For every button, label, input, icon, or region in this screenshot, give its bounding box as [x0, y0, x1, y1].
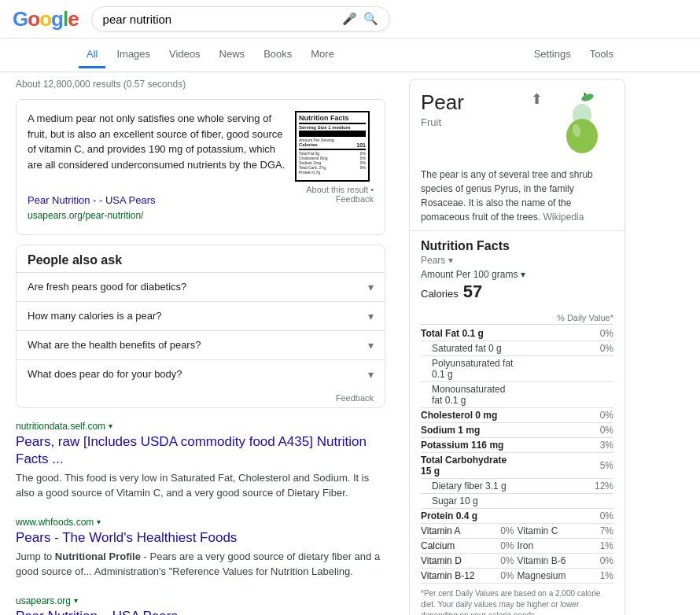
kc-description: The pear is any of several tree and shru…	[410, 168, 624, 231]
nf-row-fiber: Dietary fiber 3.1 g 12%	[421, 479, 613, 494]
nf-row-sat-fat: Saturated fat 0 g 0%	[421, 341, 613, 356]
result-domain-2: usapears.org	[16, 595, 71, 606]
snippet-link[interactable]: Pear Nutrition - - USA Pears	[28, 193, 286, 208]
search-icon[interactable]: 🔍	[363, 12, 378, 26]
paa-item-3[interactable]: What does pear do for your body? ▾	[17, 359, 385, 389]
pear-illustration	[554, 93, 610, 160]
nf-label-fiber: Dietary fiber 3.1 g	[421, 479, 518, 494]
nf-value-poly-fat	[518, 356, 614, 382]
google-logo: Google	[13, 7, 79, 31]
tab-news[interactable]: News	[212, 42, 253, 68]
result-item-2: usapears.org ▾ Pear Nutrition – USA Pear…	[16, 595, 385, 615]
nf-row-potassium: Potassium 116 mg 3%	[421, 438, 613, 453]
right-panel: Pear Fruit ⬆	[401, 79, 633, 615]
paa-chevron-3: ▾	[368, 368, 374, 381]
calories-label: Calories	[421, 288, 459, 300]
tab-videos[interactable]: Videos	[161, 42, 208, 68]
nf-row-cholesterol: Cholesterol 0 mg 0%	[421, 408, 613, 423]
nf-row-sugar: Sugar 10 g	[421, 494, 613, 509]
nf-label-sat-fat: Saturated fat 0 g	[421, 341, 518, 356]
snippet-body-text: A medium pear not only satisfies one who…	[28, 112, 285, 171]
tab-images[interactable]: Images	[109, 42, 158, 68]
paa-feedback: Feedback	[17, 389, 385, 407]
people-also-ask: People also ask Are fresh pears good for…	[16, 245, 385, 408]
snippet-text-container: A medium pear not only satisfies one who…	[28, 111, 286, 223]
search-input[interactable]	[103, 13, 336, 26]
nf-row-vitd: Vitamin D 0% Vitamin B-6 0%	[421, 554, 613, 569]
tab-books[interactable]: Books	[256, 42, 300, 68]
nf-footnote: *Per cent Daily Values are based on a 2,…	[421, 588, 613, 615]
nf-row-poly-fat: Polyunsaturated fat 0.1 g	[421, 356, 613, 382]
tab-settings[interactable]: Settings	[526, 42, 579, 68]
nf-row-total-fat: Total Fat 0.1 g 0%	[421, 326, 613, 341]
paa-question-1: How many calories is a pear?	[28, 310, 162, 322]
header: Google 🎤 🔍	[0, 0, 700, 39]
result-arrow-1: ▾	[97, 517, 101, 526]
nav-tabs: All Images Videos News Books More Settin…	[0, 39, 700, 72]
paa-title: People also ask	[17, 245, 385, 272]
paa-item-0[interactable]: Are fresh pears good for diabetics? ▾	[17, 272, 385, 301]
about-result: About this result • Feedback	[295, 185, 374, 204]
nf-row-calcium: Calcium 0% Iron 1%	[421, 539, 613, 554]
nf-row-carbs: Total Carbohydrate 15 g 5%	[421, 453, 613, 479]
nf-value-protein: 0%	[518, 509, 614, 524]
nf-label-vita: Vitamin A 0%	[421, 524, 518, 539]
kc-header: Pear Fruit ⬆	[410, 79, 624, 168]
nf-label-sugar: Sugar 10 g	[421, 494, 518, 509]
result-snippet-1: Jump to Nutritional Profile - Pears are …	[16, 549, 385, 580]
nf-subtitle[interactable]: Pears ▾	[421, 255, 613, 266]
result-count: About 12,800,000 results (0.57 seconds)	[16, 79, 385, 90]
nf-row-sodium: Sodium 1 mg 0%	[421, 423, 613, 438]
result-snippet-0: The good. This food is very low in Satur…	[16, 470, 385, 501]
knowledge-card: Pear Fruit ⬆	[409, 79, 625, 615]
result-url-line-1: www.whfoods.com ▾	[16, 517, 385, 528]
result-domain-1: www.whfoods.com	[16, 517, 94, 528]
result-domain-0: nutritiondata.self.com	[16, 421, 105, 432]
result-url-line-0: nutritiondata.self.com ▾	[16, 421, 385, 432]
tab-more[interactable]: More	[303, 42, 342, 68]
mic-icon[interactable]: 🎤	[342, 12, 357, 26]
result-title-2[interactable]: Pear Nutrition – USA Pears	[16, 608, 385, 615]
nf-value-sat-fat: 0%	[518, 341, 614, 356]
nf-value-sugar	[518, 494, 614, 509]
paa-item-2[interactable]: What are the health benefits of pears? ▾	[17, 330, 385, 359]
result-url-line-2: usapears.org ▾	[16, 595, 385, 606]
paa-chevron-2: ▾	[368, 339, 374, 352]
nf-label-poly-fat: Polyunsaturated fat 0.1 g	[421, 356, 518, 382]
kc-wiki-source: Wikipedia	[543, 212, 584, 223]
snippet-domain: usapears.org/pear-nutrition/	[28, 210, 143, 221]
nf-row-protein: Protein 0.4 g 0%	[421, 509, 613, 524]
result-title-0[interactable]: Pears, raw [Includes USDA commodity food…	[16, 433, 385, 468]
nf-row-vita: Vitamin A 0% Vitamin C 7%	[421, 524, 613, 539]
svg-point-2	[566, 119, 598, 153]
nf-label-calcium: Calcium 0%	[421, 539, 518, 554]
paa-chevron-1: ▾	[368, 310, 374, 322]
nutrition-facts-section: Nutrition Facts Pears ▾ Amount Per 100 g…	[410, 231, 624, 615]
tab-tools[interactable]: Tools	[582, 42, 621, 68]
nf-label-total-fat: Total Fat 0.1 g	[421, 326, 518, 341]
nf-value-total-fat: 0%	[518, 326, 614, 341]
nf-label-sodium: Sodium 1 mg	[421, 423, 518, 438]
share-icon[interactable]: ⬆	[531, 90, 543, 108]
result-arrow-0: ▾	[109, 422, 112, 430]
calories-value: 57	[463, 282, 482, 302]
nf-label-vitb6: Vitamin B-6 0%	[518, 554, 614, 569]
nf-row-mono-fat: Monounsaturated fat 0.1 g	[421, 382, 613, 408]
result-title-1[interactable]: Pears - The World's Healthiest Foods	[16, 529, 385, 547]
nf-label-potassium: Potassium 116 mg	[421, 438, 518, 453]
result-item-1: www.whfoods.com ▾ Pears - The World's He…	[16, 517, 385, 580]
nf-row-vitb12: Vitamin B-12 0% Magnesium 1%	[421, 569, 613, 584]
kc-title: Pear	[421, 90, 523, 115]
nf-label-vitc: Vitamin C 7%	[518, 524, 614, 539]
nf-amount[interactable]: Amount Per 100 grams ▾	[421, 269, 613, 280]
nf-label-carbs: Total Carbohydrate 15 g	[421, 453, 518, 479]
nf-value-sodium: 0%	[518, 423, 614, 438]
kc-subtitle: Fruit	[421, 116, 523, 128]
nutrition-facts-image: Nutrition Facts Serving Size 1 medium Am…	[295, 111, 370, 182]
nf-value-fiber: 12%	[518, 479, 614, 494]
paa-question-2: What are the health benefits of pears?	[28, 339, 201, 351]
tab-all[interactable]: All	[79, 42, 105, 68]
nf-label-vitb12: Vitamin B-12 0%	[421, 569, 518, 584]
nf-label-cholesterol: Cholesterol 0 mg	[421, 408, 518, 423]
paa-item-1[interactable]: How many calories is a pear? ▾	[17, 301, 385, 330]
